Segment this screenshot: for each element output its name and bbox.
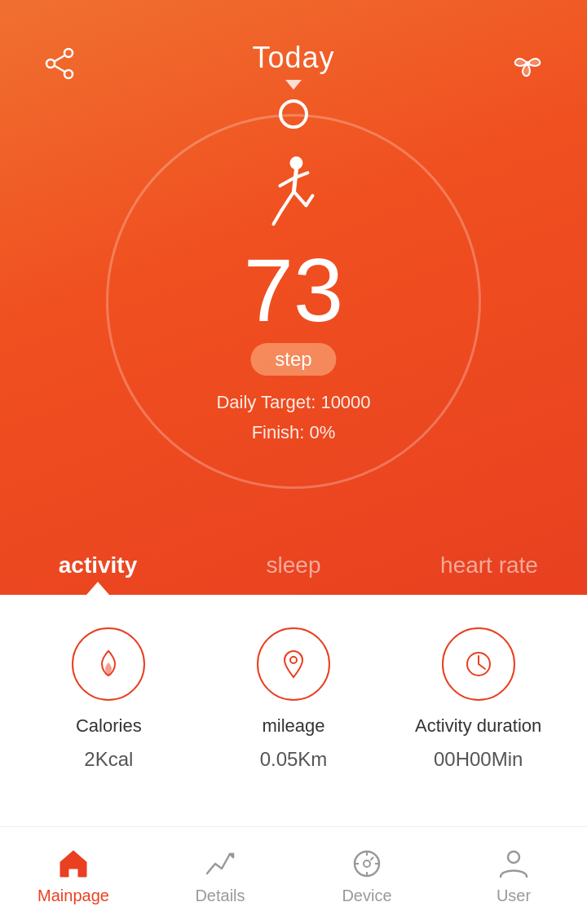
walker-icon <box>265 155 322 237</box>
svg-line-4 <box>55 66 65 73</box>
svg-line-11 <box>273 210 281 224</box>
header-title-wrap[interactable]: Today <box>252 41 334 90</box>
calories-value: 2Kcal <box>84 748 133 771</box>
daily-target: Daily Target: 10000 Finish: 0% <box>216 387 370 448</box>
top-dot <box>279 99 308 129</box>
header: Today <box>0 0 587 90</box>
step-count: 73 <box>244 245 343 335</box>
svg-line-12 <box>294 191 306 205</box>
nav-details-label: Details <box>195 887 245 905</box>
nav-mainpage[interactable]: Mainpage <box>0 846 147 905</box>
circle-inner: 73 step Daily Target: 10000 Finish: 0% <box>216 155 370 448</box>
duration-circle <box>442 627 515 701</box>
svg-point-0 <box>64 49 73 57</box>
svg-point-14 <box>290 657 297 663</box>
nav-details[interactable]: Details <box>147 846 294 905</box>
bottom-nav: Mainpage Details Device User <box>0 826 587 924</box>
tab-heart-rate[interactable]: heart rate <box>391 539 587 595</box>
stat-duration: Activity duration 00H00Min <box>386 627 571 771</box>
svg-line-17 <box>479 664 485 669</box>
step-circle: 73 step Daily Target: 10000 Finish: 0% <box>106 114 481 489</box>
svg-point-2 <box>64 70 73 78</box>
calories-circle <box>72 627 145 701</box>
tabs: activity sleep heart rate <box>0 539 587 595</box>
svg-line-3 <box>55 55 65 62</box>
duration-label: Activity duration <box>415 715 541 737</box>
svg-line-10 <box>281 191 294 210</box>
step-badge: step <box>250 343 336 376</box>
mileage-circle <box>257 627 330 701</box>
mileage-label: mileage <box>262 715 324 737</box>
chevron-down-icon <box>285 80 302 90</box>
stat-mileage: mileage 0.05Km <box>201 627 386 771</box>
svg-line-8 <box>280 178 294 186</box>
svg-line-26 <box>371 857 374 860</box>
stats-row: Calories 2Kcal mileage 0.05Km <box>0 595 587 787</box>
nav-device[interactable]: Device <box>294 846 440 905</box>
svg-line-7 <box>294 169 296 191</box>
top-section: Today <box>0 0 587 595</box>
nav-user-label: User <box>497 887 531 905</box>
bottom-section: Calories 2Kcal mileage 0.05Km <box>0 595 587 787</box>
stat-calories: Calories 2Kcal <box>16 627 201 771</box>
tab-sleep[interactable]: sleep <box>196 539 391 595</box>
svg-line-13 <box>306 196 312 205</box>
nav-mainpage-label: Mainpage <box>38 887 109 905</box>
nav-device-label: Device <box>342 887 391 905</box>
share-icon[interactable] <box>41 45 78 86</box>
mileage-value: 0.05Km <box>260 748 328 771</box>
svg-point-1 <box>46 59 55 68</box>
nav-user[interactable]: User <box>440 846 587 905</box>
duration-value: 00H00Min <box>434 748 523 771</box>
activity-icon[interactable] <box>509 45 546 86</box>
tab-active-indicator <box>86 582 109 595</box>
tab-activity[interactable]: activity <box>0 539 196 595</box>
svg-point-5 <box>525 61 530 66</box>
svg-point-27 <box>508 851 519 863</box>
header-title: Today <box>252 41 334 75</box>
calories-label: Calories <box>76 715 142 737</box>
svg-point-21 <box>364 860 370 867</box>
